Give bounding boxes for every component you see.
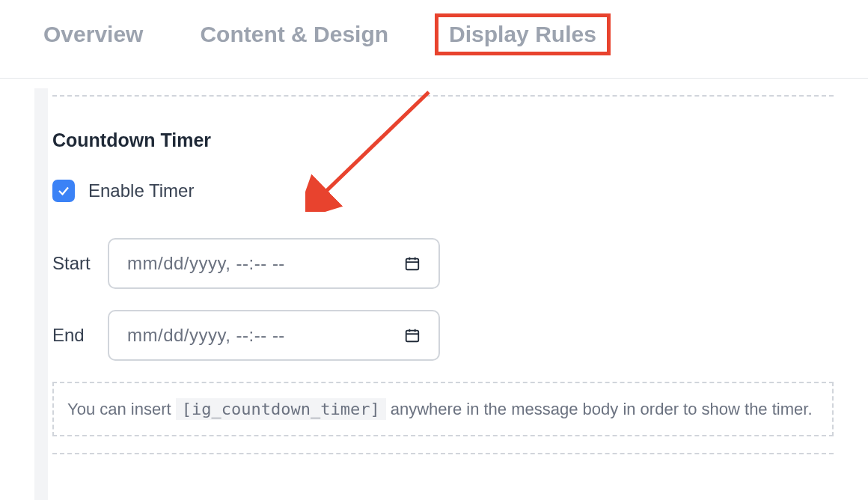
- enable-timer-checkbox[interactable]: [52, 180, 75, 202]
- tab-display-rules[interactable]: Display Rules: [435, 13, 611, 55]
- section-divider-bottom: [52, 453, 834, 454]
- end-datetime-input[interactable]: mm/dd/yyyy, --:-- --: [108, 310, 440, 361]
- calendar-icon: [404, 327, 421, 344]
- tab-content-design[interactable]: Content & Design: [189, 17, 399, 52]
- tab-overview[interactable]: Overview: [33, 17, 153, 52]
- enable-timer-label: Enable Timer: [88, 180, 194, 201]
- start-datetime-placeholder: mm/dd/yyyy, --:-- --: [127, 253, 285, 274]
- hint-code: [ig_countdown_timer]: [176, 398, 386, 420]
- timer-hint: You can insert [ig_countdown_timer] anyw…: [52, 382, 834, 436]
- display-rules-panel: Countdown Timer Enable Timer Start mm/dd…: [52, 79, 834, 454]
- end-field-row: End mm/dd/yyyy, --:-- --: [52, 310, 834, 361]
- section-title: Countdown Timer: [52, 129, 834, 151]
- side-gutter: [34, 88, 48, 500]
- section-divider-top: [52, 95, 834, 97]
- hint-text-pre: You can insert: [67, 400, 176, 418]
- start-label: Start: [52, 253, 94, 274]
- calendar-icon: [404, 255, 421, 272]
- hint-text-post: anywhere in the message body in order to…: [386, 400, 813, 418]
- end-label: End: [52, 325, 94, 346]
- end-datetime-placeholder: mm/dd/yyyy, --:-- --: [127, 325, 285, 346]
- start-datetime-input[interactable]: mm/dd/yyyy, --:-- --: [108, 238, 440, 289]
- start-field-row: Start mm/dd/yyyy, --:-- --: [52, 238, 834, 289]
- svg-rect-1: [406, 259, 419, 270]
- tab-bar: Overview Content & Design Display Rules: [0, 0, 868, 79]
- svg-rect-5: [406, 331, 419, 342]
- check-icon: [57, 184, 70, 198]
- enable-timer-row: Enable Timer: [52, 180, 834, 202]
